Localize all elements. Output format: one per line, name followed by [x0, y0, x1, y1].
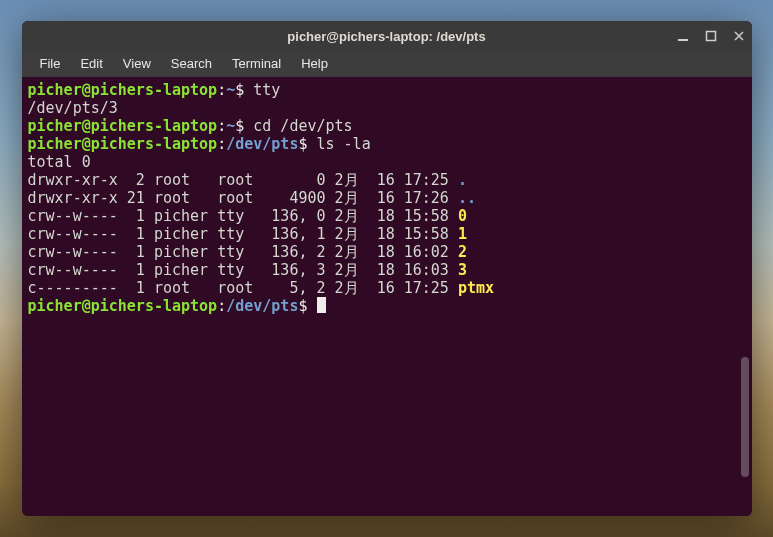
- titlebar[interactable]: picher@pichers-laptop: /dev/pts: [22, 21, 752, 51]
- scrollbar[interactable]: [740, 77, 750, 516]
- minimize-button[interactable]: [676, 29, 690, 43]
- terminal-content[interactable]: picher@pichers-laptop:~$ tty/dev/pts/3pi…: [22, 77, 752, 319]
- terminal-window: picher@pichers-laptop: /dev/pts: [22, 21, 752, 516]
- menu-file[interactable]: File: [30, 51, 71, 77]
- desktop-background: picher@pichers-laptop: /dev/pts: [0, 0, 773, 537]
- minimize-icon: [677, 30, 689, 42]
- svg-rect-0: [678, 39, 688, 41]
- terminal-viewport[interactable]: picher@pichers-laptop:~$ tty/dev/pts/3pi…: [22, 77, 752, 516]
- list-item: crw--w---- 1 picher tty 136, 3 2月 18 16:…: [28, 261, 746, 279]
- list-item: crw--w---- 1 picher tty 136, 0 2月 18 15:…: [28, 207, 746, 225]
- terminal-line: picher@pichers-laptop:/dev/pts$ ls -la: [28, 135, 746, 153]
- window-controls: [676, 21, 746, 51]
- maximize-button[interactable]: [704, 29, 718, 43]
- menu-view[interactable]: View: [113, 51, 161, 77]
- scrollbar-thumb[interactable]: [741, 357, 749, 477]
- svg-rect-1: [706, 32, 715, 41]
- menu-edit[interactable]: Edit: [70, 51, 112, 77]
- list-item: drwxr-xr-x 2 root root 0 2月 16 17:25 .: [28, 171, 746, 189]
- menu-help[interactable]: Help: [291, 51, 338, 77]
- menu-terminal[interactable]: Terminal: [222, 51, 291, 77]
- list-item: crw--w---- 1 picher tty 136, 2 2月 18 16:…: [28, 243, 746, 261]
- maximize-icon: [705, 30, 717, 42]
- close-button[interactable]: [732, 29, 746, 43]
- terminal-line: picher@pichers-laptop:~$ tty: [28, 81, 746, 99]
- menubar: File Edit View Search Terminal Help: [22, 51, 752, 77]
- window-title: picher@pichers-laptop: /dev/pts: [287, 29, 485, 44]
- close-icon: [733, 30, 745, 42]
- terminal-line: picher@pichers-laptop:~$ cd /dev/pts: [28, 117, 746, 135]
- cursor: [317, 297, 326, 313]
- terminal-line: total 0: [28, 153, 746, 171]
- list-item: c--------- 1 root root 5, 2 2月 16 17:25 …: [28, 279, 746, 297]
- list-item: crw--w---- 1 picher tty 136, 1 2月 18 15:…: [28, 225, 746, 243]
- terminal-line: picher@pichers-laptop:/dev/pts$: [28, 297, 746, 315]
- list-item: drwxr-xr-x 21 root root 4900 2月 16 17:26…: [28, 189, 746, 207]
- terminal-line: /dev/pts/3: [28, 99, 746, 117]
- menu-search[interactable]: Search: [161, 51, 222, 77]
